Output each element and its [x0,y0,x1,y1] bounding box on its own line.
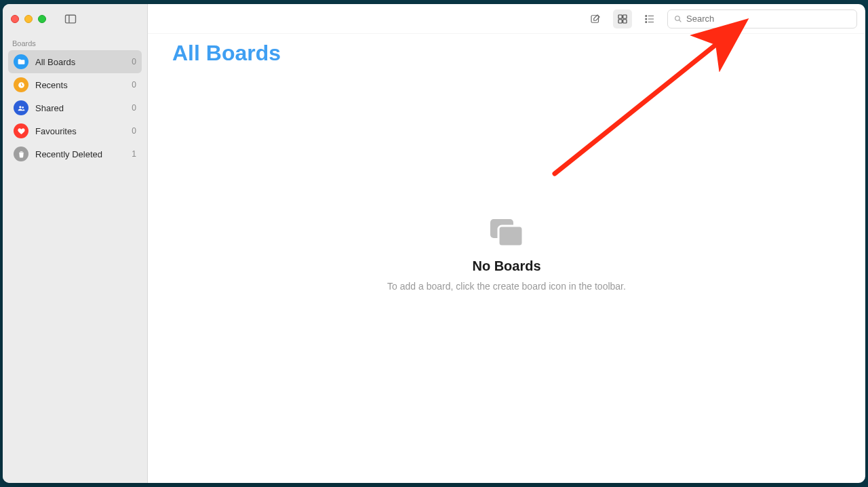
sidebar-item-recents[interactable]: Recents 0 [8,73,142,96]
sidebar-item-shared[interactable]: Shared 0 [8,96,142,119]
window-titlebar [3,4,147,34]
sidebar-item-label: Favourites [35,126,125,136]
sidebar-item-count: 0 [132,80,136,90]
sidebar-item-count: 1 [132,149,136,159]
grid-icon [616,13,629,25]
search-input[interactable] [686,14,851,24]
svg-rect-0 [66,15,76,23]
sidebar-item-label: Shared [35,103,125,113]
compose-icon [589,13,601,25]
clock-icon [14,77,28,92]
sidebar-item-label: Recents [35,80,125,90]
close-window-button[interactable] [11,15,19,23]
sidebar-item-label: Recently Deleted [35,149,125,159]
sidebar-item-favourites[interactable]: Favourites 0 [8,119,142,142]
svg-point-16 [675,16,680,20]
zoom-window-button[interactable] [38,15,46,23]
svg-point-10 [646,15,647,16]
main-content: All Boards No Boards To add a board, cli… [148,4,865,483]
window-controls [11,15,46,23]
sidebar: Boards All Boards 0 Recents 0 [3,4,148,483]
toggle-sidebar-button[interactable] [64,12,77,26]
svg-line-17 [679,20,682,22]
svg-point-14 [646,21,647,22]
folder-icon [14,54,28,69]
list-view-button[interactable] [640,9,659,28]
sidebar-item-all-boards[interactable]: All Boards 0 [8,50,142,73]
sidebar-item-recently-deleted[interactable]: Recently Deleted 1 [8,142,142,165]
sidebar-item-count: 0 [132,57,136,66]
svg-point-12 [646,18,647,20]
search-field[interactable] [667,9,857,28]
heart-icon [14,123,28,138]
svg-rect-6 [618,15,622,18]
people-icon [14,100,28,115]
svg-point-4 [22,106,24,109]
create-board-button[interactable] [586,9,605,28]
sidebar-item-label: All Boards [35,57,125,67]
toolbar [148,4,865,34]
sidebar-item-count: 0 [132,103,136,113]
app-window: Boards All Boards 0 Recents 0 [3,4,865,483]
empty-state-subtitle: To add a board, click the create board i… [387,281,626,292]
empty-state-title: No Boards [472,258,540,274]
svg-rect-9 [623,19,627,22]
svg-rect-8 [618,19,622,22]
empty-state: No Boards To add a board, click the crea… [148,45,865,463]
sidebar-items: All Boards 0 Recents 0 Shared 0 [3,50,147,165]
search-icon [673,14,682,23]
svg-rect-19 [498,226,523,246]
list-icon [644,13,656,25]
svg-point-3 [19,106,21,108]
boards-stack-icon [488,216,526,252]
svg-rect-7 [623,15,627,18]
sidebar-section-label: Boards [3,34,147,50]
minimize-window-button[interactable] [24,15,33,23]
trash-icon [14,147,28,161]
grid-view-button[interactable] [613,9,632,28]
sidebar-item-count: 0 [132,126,136,136]
